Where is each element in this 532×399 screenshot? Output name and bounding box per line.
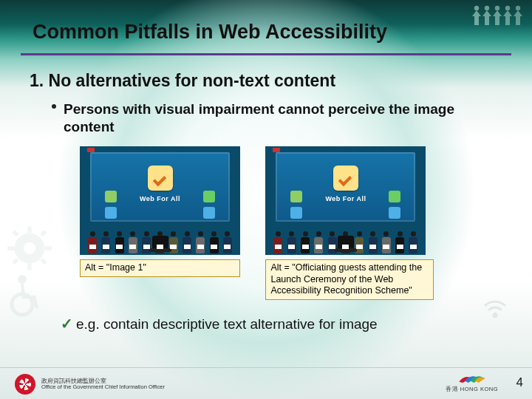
alt-text-label-1: Alt = "Image 1"	[80, 259, 240, 277]
bottom-left-decoration	[0, 222, 89, 355]
page-number: 4	[516, 375, 523, 390]
alt-text-label-2: Alt = "Officiating guests attending the …	[265, 259, 434, 300]
check-icon	[333, 166, 358, 191]
bauhinia-emblem-icon	[15, 374, 35, 395]
tip-line: ✓e.g. contain descriptive text alternati…	[61, 315, 378, 332]
people-chain-decoration	[473, 4, 525, 27]
slide-title: Common Pitfalls in Web Accessibility	[33, 21, 387, 44]
crowd-illustration	[87, 216, 233, 249]
footer-logo-left: 政府資訊科技總監辦公室 Office of the Government Chi…	[15, 374, 165, 395]
svg-point-4	[516, 6, 520, 10]
svg-rect-6	[27, 226, 31, 233]
svg-rect-12	[40, 230, 47, 237]
example-image-2: Web For All	[265, 146, 426, 255]
gear-icon	[4, 223, 55, 273]
banner-text: Web For All	[276, 195, 415, 202]
svg-rect-8	[7, 246, 15, 250]
crowd-illustration	[273, 216, 418, 249]
wheelchair-icon	[4, 272, 52, 319]
svg-point-1	[485, 6, 489, 10]
hongkong-brand-icon	[458, 373, 486, 385]
tip-text: e.g. contain descriptive text alternativ…	[76, 316, 378, 332]
svg-point-14	[24, 242, 35, 254]
svg-point-3	[505, 6, 510, 10]
svg-rect-10	[12, 230, 19, 237]
svg-point-15	[18, 275, 27, 284]
title-underline	[21, 53, 511, 55]
bullet-dot	[52, 104, 56, 109]
slide: Common Pitfalls in Web Accessibility 1. …	[0, 0, 532, 399]
checkmark-icon: ✓	[61, 316, 73, 332]
svg-rect-13	[12, 258, 19, 265]
example-images-row: Web For All Alt = "Image 1"	[80, 146, 448, 300]
example-image-1: Web For All	[80, 146, 240, 255]
svg-point-17	[494, 313, 497, 316]
banner-text: Web For All	[90, 195, 230, 202]
footer-divider	[0, 367, 532, 368]
section-heading: 1. No alternatives for non-text content	[30, 71, 335, 91]
svg-rect-7	[27, 263, 31, 270]
svg-rect-11	[40, 258, 47, 265]
footer-logo-right: 香港 HONG KONG	[446, 373, 498, 393]
bullet-text: Persons with visual impairment cannot pe…	[64, 100, 492, 136]
svg-point-2	[495, 6, 499, 10]
footer-left-line2: Office of the Government Chief Informati…	[41, 384, 165, 390]
svg-rect-9	[44, 246, 52, 250]
wifi-icon	[480, 292, 510, 321]
check-icon	[148, 166, 173, 191]
svg-point-0	[474, 6, 479, 10]
